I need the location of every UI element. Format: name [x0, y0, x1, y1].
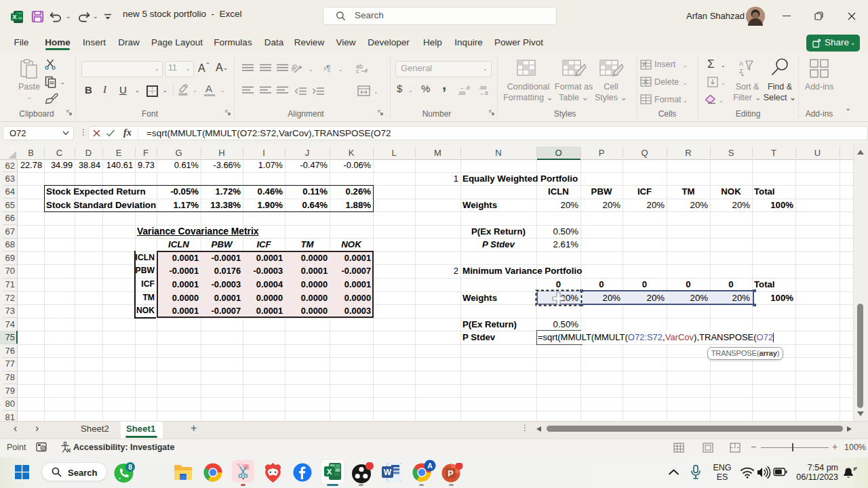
svg-text:P: P: [448, 469, 453, 479]
svg-text:Z: Z: [739, 68, 743, 75]
svg-text:8: 8: [128, 464, 132, 471]
svg-text:A: A: [427, 462, 433, 470]
svg-text:X: X: [12, 13, 17, 20]
svg-text:→.0: →.0: [478, 90, 488, 96]
svg-text:.00: .00: [458, 90, 466, 96]
svg-text:A: A: [739, 60, 743, 67]
svg-text:c: c: [356, 68, 359, 74]
svg-text:z: z: [855, 466, 857, 470]
svg-text:W: W: [384, 468, 392, 477]
svg-text:X: X: [327, 468, 332, 476]
